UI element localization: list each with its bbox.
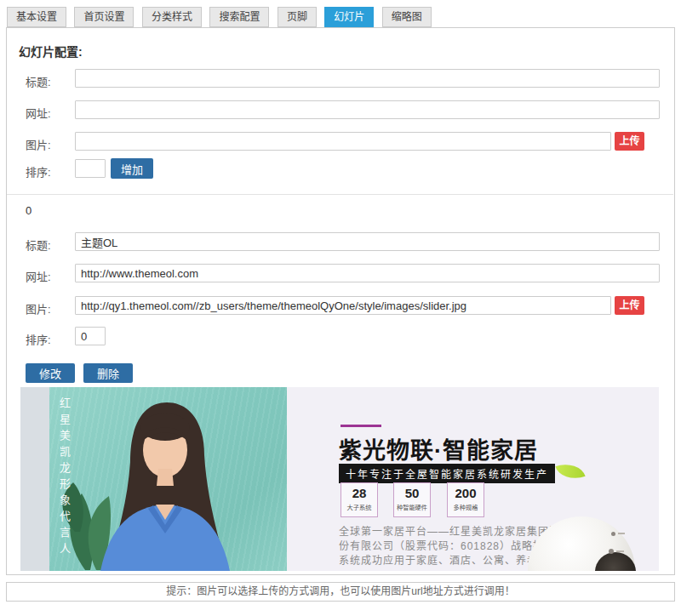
delete-button[interactable]: 删除 xyxy=(83,363,133,383)
add-order-label: 排序: xyxy=(26,163,70,180)
stat-label: 种智能硬件 xyxy=(396,503,428,511)
add-url-label: 网址: xyxy=(26,105,70,121)
add-upload-button[interactable]: 上传 xyxy=(615,132,644,151)
entry-url-label: 网址: xyxy=(26,268,70,284)
tab-category-style[interactable]: 分类样式 xyxy=(142,7,202,27)
modify-button[interactable]: 修改 xyxy=(26,363,75,383)
banner-text-area: 紫光物联·智能家居 十年专注于全屋智能家居系统研发生产 28 大子系统 50 种… xyxy=(287,387,659,571)
entry-order-label: 排序: xyxy=(26,331,70,347)
entry-image-input[interactable] xyxy=(75,296,611,315)
stat-value: 200 xyxy=(448,485,484,502)
entry-url-input[interactable] xyxy=(75,264,660,282)
device-button-dot xyxy=(609,549,614,554)
settings-tabbar: 基本设置 首页设置 分类样式 搜索配置 页脚 幻灯片 缩略图 xyxy=(7,7,436,27)
footer-tip: 提示：图片可以选择上传的方式调用，也可以使用图片url地址方式进行调用！ xyxy=(6,582,675,602)
stat-value: 50 xyxy=(394,485,430,502)
entry-upload-button[interactable]: 上传 xyxy=(615,296,644,315)
banner-vertical-slogan: 红星美凯龙形象代言人 xyxy=(56,397,72,559)
device-label-mark xyxy=(618,533,625,534)
tab-slideshow[interactable]: 幻灯片 xyxy=(324,7,374,27)
entry-image-label: 图片: xyxy=(26,300,70,317)
add-image-input[interactable] xyxy=(75,132,611,151)
slide-preview-image: 红星美凯龙形象代言人 紫光物联·智能家居 十年专注于全屋智能家居系统研发生产 2… xyxy=(20,387,659,571)
banner-left-strip xyxy=(20,387,49,571)
device-label-mark xyxy=(616,550,624,552)
stat-label: 大子系统 xyxy=(343,503,375,511)
banner-photo-area: 红星美凯龙形象代言人 xyxy=(49,387,287,571)
add-order-input[interactable] xyxy=(75,159,106,178)
entry-title-label: 标题: xyxy=(26,237,70,253)
slide-entry-index: 0 xyxy=(26,204,31,217)
banner-subtitle: 十年专注于全屋智能家居系统研发生产 xyxy=(339,464,555,483)
entry-order-input[interactable] xyxy=(75,327,106,345)
banner-title: 紫光物联·智能家居 xyxy=(339,432,538,465)
tab-search-config[interactable]: 搜索配置 xyxy=(209,7,269,27)
tab-basic-settings[interactable]: 基本设置 xyxy=(7,7,66,27)
tab-home-settings[interactable]: 首页设置 xyxy=(74,7,134,27)
woman-figure xyxy=(100,402,230,571)
add-image-label: 图片: xyxy=(26,136,70,152)
panel-heading: 幻灯片配置: xyxy=(19,43,83,60)
leaf-decoration xyxy=(555,459,585,484)
add-url-input[interactable] xyxy=(75,100,660,119)
stat-specs: 200 多种规格 xyxy=(447,482,484,517)
stat-value: 28 xyxy=(341,485,377,502)
entry-title-input[interactable] xyxy=(75,232,660,251)
section-divider xyxy=(7,194,673,195)
device-button-dot xyxy=(611,532,615,536)
stat-subsystems: 28 大子系统 xyxy=(340,482,378,517)
page: 基本设置 首页设置 分类样式 搜索配置 页脚 幻灯片 缩略图 幻灯片配置: 标题… xyxy=(0,0,681,616)
stat-label: 多种规格 xyxy=(449,503,482,511)
tab-thumbnail[interactable]: 缩略图 xyxy=(382,7,432,27)
stat-hardware: 50 种智能硬件 xyxy=(393,482,431,517)
banner-accent-line xyxy=(340,425,381,427)
banner-description-line: 全球第一家居平台——红星美凯龙家居集团股 xyxy=(339,525,567,539)
tab-footer[interactable]: 页脚 xyxy=(278,7,317,27)
add-title-input[interactable] xyxy=(75,69,660,88)
add-title-label: 标题: xyxy=(26,73,70,89)
spokesperson-illustration xyxy=(49,387,287,571)
add-button[interactable]: 增加 xyxy=(111,158,153,179)
